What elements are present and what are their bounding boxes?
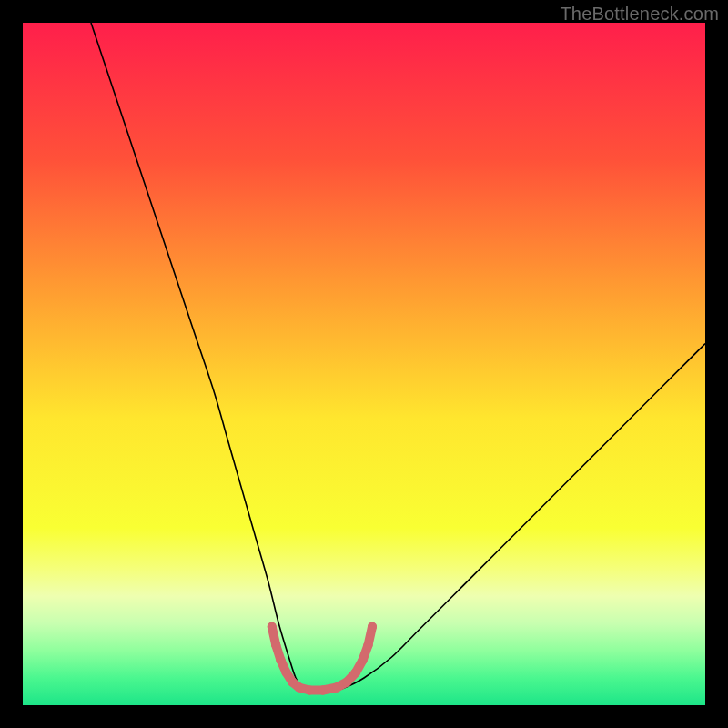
plot-area	[23, 23, 705, 705]
svg-line-27	[369, 627, 373, 645]
watermark-text: TheBottleneck.com	[560, 4, 719, 25]
bottleneck-curve	[91, 23, 705, 692]
curve-layer	[23, 23, 705, 705]
trough-marker	[268, 622, 377, 695]
chart-frame: TheBottleneck.com	[0, 0, 728, 728]
